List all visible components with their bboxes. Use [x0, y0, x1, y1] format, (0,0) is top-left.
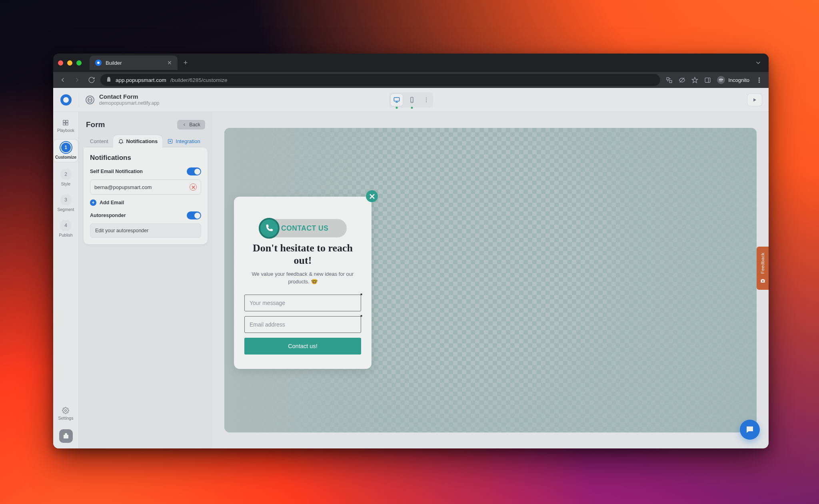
- tabs-dropdown-icon[interactable]: [753, 57, 764, 68]
- tab-integration[interactable]: Integration: [162, 135, 205, 147]
- campaign-title: Contact Form: [99, 93, 160, 100]
- autoresponder-toggle[interactable]: [187, 211, 201, 219]
- nav-forward-icon[interactable]: [72, 74, 83, 86]
- popup-preview[interactable]: CONTACT US Don't hesitate to reach out! …: [234, 197, 372, 369]
- rail-step-number: 1: [60, 142, 72, 153]
- svg-rect-1: [667, 78, 669, 80]
- popup-email-input[interactable]: Email address*: [244, 316, 361, 333]
- add-email-label: Add Email: [100, 200, 124, 205]
- edit-autoresponder-button[interactable]: Edit your autoresponder: [90, 223, 201, 238]
- chat-launcher[interactable]: [740, 420, 760, 440]
- side-panel: Form Back Content Notifications Integrat…: [79, 112, 212, 448]
- rail-customize[interactable]: 1 Customize: [53, 139, 78, 162]
- svg-point-25: [65, 410, 67, 412]
- tab-content[interactable]: Content: [85, 135, 113, 147]
- rail-playbook[interactable]: Playbook: [56, 118, 76, 134]
- email-input[interactable]: berna@popupsmart.com: [90, 179, 201, 195]
- tab-strip: Builder ✕ +: [53, 54, 769, 72]
- campaign-title-block: Contact Form demopopupsmart.netlify.app: [99, 93, 160, 106]
- close-tab-icon[interactable]: ✕: [167, 60, 172, 66]
- panel-tabs: Content Notifications Integration: [84, 135, 208, 147]
- remove-email-icon[interactable]: [190, 183, 197, 191]
- tab-title: Builder: [106, 60, 122, 66]
- rail-publish[interactable]: 4 Publish: [57, 218, 74, 239]
- self-email-toggle[interactable]: [187, 167, 201, 175]
- globe-icon[interactable]: [86, 96, 94, 104]
- self-email-label: Self Email Notification: [90, 169, 143, 174]
- svg-point-18: [425, 99, 426, 100]
- svg-point-11: [759, 82, 760, 83]
- translate-icon[interactable]: [663, 74, 675, 86]
- browser-tab[interactable]: Builder ✕: [90, 56, 178, 70]
- tab-notifications[interactable]: Notifications: [113, 135, 163, 147]
- popup-heading: Don't hesitate to reach out!: [244, 242, 361, 267]
- add-email-button[interactable]: + Add Email: [90, 199, 201, 206]
- rail-toolbox[interactable]: [59, 429, 73, 443]
- panel-heading: Form: [86, 120, 105, 129]
- phone-icon: [259, 218, 280, 239]
- feedback-label: Feedback: [760, 253, 765, 274]
- popup-body: We value your feedback & new ideas for o…: [244, 271, 361, 286]
- incognito-indicator[interactable]: Incognito: [715, 76, 752, 84]
- browser-window: Builder ✕ + app.popupsmart.com/builder/6…: [53, 54, 769, 448]
- notifications-card: Notifications Self Email Notification be…: [84, 147, 208, 244]
- eye-off-icon[interactable]: [676, 74, 687, 86]
- preview-play-button[interactable]: [747, 94, 762, 106]
- browser-menu-icon[interactable]: [753, 74, 765, 86]
- email-value: berna@popupsmart.com: [94, 184, 152, 190]
- feedback-tab[interactable]: Feedback: [757, 247, 769, 290]
- svg-marker-20: [753, 98, 756, 101]
- rail-label: Style: [61, 181, 70, 186]
- plus-icon: +: [90, 199, 96, 206]
- chat-icon: [745, 425, 755, 434]
- rail-label: Segment: [57, 207, 74, 212]
- rail-settings[interactable]: Settings: [58, 407, 74, 420]
- left-rail: Playbook 1 Customize 2 Style 3 Segment 4…: [53, 112, 79, 448]
- device-more-icon[interactable]: [421, 94, 431, 106]
- svg-rect-7: [705, 78, 710, 82]
- autoresponder-label: Autoresponder: [90, 213, 126, 218]
- integration-icon: [167, 138, 173, 144]
- campaign-domain: demopopupsmart.netlify.app: [99, 100, 160, 106]
- address-bar[interactable]: app.popupsmart.com/builder/6285/customiz…: [100, 74, 660, 86]
- app-logo[interactable]: [53, 88, 79, 112]
- rail-segment[interactable]: 3 Segment: [56, 193, 76, 213]
- popup-message-input[interactable]: Your message*: [244, 295, 361, 311]
- rail-style[interactable]: 2 Style: [59, 167, 73, 188]
- device-preview-switch: [389, 92, 433, 108]
- popup-badge: CONTACT US: [259, 219, 347, 237]
- maximize-window-icon[interactable]: [76, 60, 82, 66]
- bell-icon: [118, 138, 124, 144]
- browser-toolbar: app.popupsmart.com/builder/6285/customiz…: [53, 72, 769, 88]
- close-window-icon[interactable]: [58, 60, 63, 66]
- device-mobile[interactable]: [406, 94, 418, 106]
- sidepanel-icon[interactable]: [702, 74, 713, 86]
- incognito-icon: [717, 76, 725, 84]
- svg-point-0: [97, 62, 100, 64]
- svg-rect-23: [63, 123, 65, 125]
- svg-point-9: [759, 78, 760, 79]
- bookmark-star-icon[interactable]: [689, 74, 700, 86]
- minimize-window-icon[interactable]: [67, 60, 72, 66]
- app-header: Contact Form demopopupsmart.netlify.app: [53, 88, 769, 112]
- svg-rect-21: [63, 120, 65, 122]
- new-tab-button[interactable]: +: [180, 57, 191, 68]
- svg-point-10: [759, 80, 760, 81]
- svg-point-17: [425, 98, 426, 98]
- reload-icon[interactable]: [86, 74, 97, 86]
- card-title: Notifications: [90, 154, 201, 162]
- preview-canvas[interactable]: CONTACT US Don't hesitate to reach out! …: [224, 128, 757, 432]
- svg-point-27: [170, 141, 171, 142]
- device-desktop[interactable]: [391, 94, 403, 106]
- url-host: app.popupsmart.com: [116, 77, 166, 83]
- settings-label: Settings: [58, 416, 74, 420]
- back-button[interactable]: Back: [177, 120, 205, 129]
- svg-point-19: [425, 101, 426, 102]
- window-controls: [58, 60, 82, 66]
- back-label: Back: [189, 122, 200, 127]
- popup-close-icon[interactable]: [366, 190, 378, 202]
- rail-label: Playbook: [57, 128, 74, 133]
- tab-favicon: [95, 60, 102, 66]
- popup-submit-button[interactable]: Contact us!: [244, 338, 361, 355]
- nav-back-icon[interactable]: [57, 74, 68, 86]
